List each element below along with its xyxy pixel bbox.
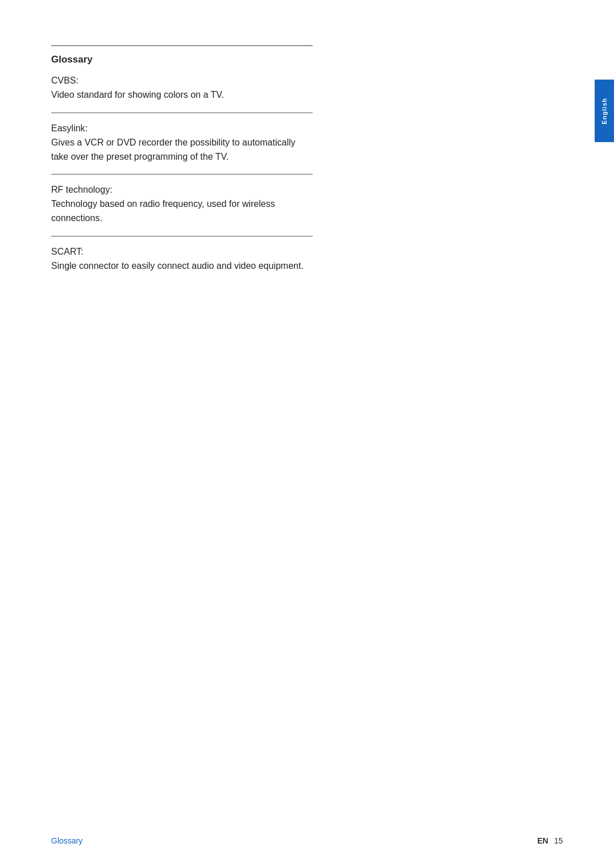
glossary-entry-cvbs: CVBS: Video standard for showing colors … bbox=[51, 76, 540, 102]
entry-rule-3 bbox=[51, 236, 313, 236]
entry-definition-rf: Technology based on radio frequency, use… bbox=[51, 197, 313, 226]
entry-definition-cvbs: Video standard for showing colors on a T… bbox=[51, 88, 313, 102]
footer-page-number: 15 bbox=[554, 836, 563, 845]
top-rule bbox=[51, 45, 313, 46]
glossary-entry-scart: SCART: Single connector to easily connec… bbox=[51, 247, 540, 273]
entry-definition-easylink: Gives a VCR or DVD recorder the possibil… bbox=[51, 136, 313, 164]
language-side-tab: English bbox=[595, 80, 614, 142]
glossary-entry-easylink: Easylink: Gives a VCR or DVD recorder th… bbox=[51, 123, 540, 164]
footer: Glossary EN 15 bbox=[51, 836, 563, 845]
entry-rule-2 bbox=[51, 174, 313, 175]
footer-lang-code: EN bbox=[537, 836, 548, 845]
side-tab-label: English bbox=[601, 98, 608, 124]
section-title: Glossary bbox=[51, 54, 540, 65]
entry-definition-scart: Single connector to easily connect audio… bbox=[51, 259, 313, 273]
footer-page-info: EN 15 bbox=[537, 836, 563, 845]
entry-term-rf: RF technology: bbox=[51, 185, 540, 195]
footer-glossary-label: Glossary bbox=[51, 836, 82, 845]
entry-term-cvbs: CVBS: bbox=[51, 76, 540, 86]
entry-term-easylink: Easylink: bbox=[51, 123, 540, 134]
entry-rule-1 bbox=[51, 113, 313, 113]
page-content: Glossary CVBS: Video standard for showin… bbox=[0, 0, 591, 868]
entry-term-scart: SCART: bbox=[51, 247, 540, 257]
glossary-entry-rf: RF technology: Technology based on radio… bbox=[51, 185, 540, 226]
